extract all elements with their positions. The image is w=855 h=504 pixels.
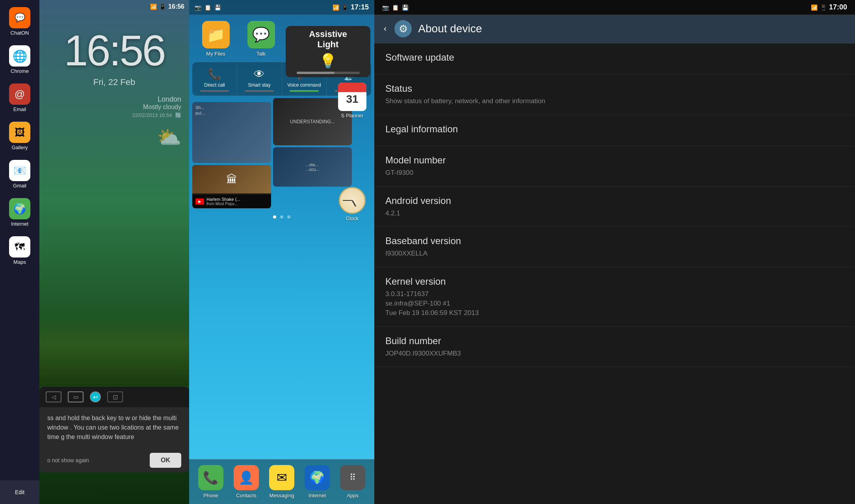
settings-notif-icon3: 💾 — [402, 4, 409, 11]
settings-item-legal[interactable]: Legal information — [374, 115, 855, 146]
notification-icon3: 💾 — [214, 4, 221, 11]
dock-messaging[interactable]: ✉ Messaging — [264, 465, 299, 498]
sidebar-item-gallery[interactable]: 🖼 Gallery — [2, 119, 37, 154]
settings-item-model[interactable]: Model number GT-I9300 — [374, 146, 855, 187]
grass-background — [39, 315, 189, 386]
chrome-icon: 🌐 — [9, 45, 30, 67]
sidebar-label-email: Email — [13, 106, 26, 112]
kernel-title: Kernel version — [385, 276, 844, 287]
status-icons: 📶 📱 16:56 — [150, 3, 184, 10]
sidebar-item-gmail[interactable]: 📧 Gmail — [2, 157, 37, 192]
sidebar-label-maps: Maps — [13, 259, 26, 265]
chaton-icon: 💬 — [9, 7, 30, 28]
nav-home-btn[interactable]: ▭ — [68, 391, 84, 402]
clock-hand-min — [343, 200, 352, 201]
dialog-footer: o not show again OK — [39, 448, 189, 472]
back-button[interactable]: ‹ — [382, 22, 388, 35]
thumb-card-3[interactable]: ...sta......scu... — [273, 147, 352, 187]
settings-item-status[interactable]: Status Show status of battery, network, … — [374, 74, 855, 115]
maps-icon: 🗺 — [9, 236, 30, 258]
assistive-slider[interactable] — [297, 72, 360, 74]
thumb-card-1[interactable]: Sh... pul... — [192, 102, 271, 163]
assistive-slider-fill — [297, 72, 335, 74]
dock-contacts[interactable]: 👤 Contacts — [229, 465, 264, 498]
clock-label: Clock — [346, 215, 359, 221]
clock-widget[interactable]: Clock — [338, 187, 366, 221]
internet-dock-label: Internet — [309, 493, 326, 498]
model-subtitle: GT-I9300 — [385, 168, 844, 178]
sidebar-label-internet: Internet — [11, 221, 28, 227]
status-left-icons: 📷 📋 💾 — [195, 4, 221, 11]
nav-extra-btn[interactable]: ⊡ — [107, 391, 123, 402]
app-talk[interactable]: 💬 Talk — [238, 21, 284, 57]
lockscreen-status-bar: 📶 📱 16:56 — [39, 0, 189, 13]
messaging-icon: ✉ — [269, 465, 294, 490]
gmail-icon: 📧 — [9, 160, 30, 181]
settings-item-baseband[interactable]: Baseband version I9300XXELLA — [374, 227, 855, 267]
baseband-subtitle: I9300XXELLA — [385, 249, 844, 258]
bottom-dock: 📞 Phone 👤 Contacts ✉ Messaging 🌍 Interne… — [189, 459, 374, 504]
s-planner-label: S Planner — [338, 113, 366, 119]
settings-list: Software update Status Show status of ba… — [374, 43, 855, 504]
sidebar-item-email[interactable]: @ Email — [2, 80, 37, 115]
panel2-status-bar: 📷 📋 💾 📶 📱 17:15 — [189, 0, 374, 15]
sidebar-item-chaton[interactable]: 💬 ChatON — [2, 4, 37, 39]
sidebar-item-internet[interactable]: 🌍 Internet — [2, 195, 37, 230]
panel2-homescreen: 📷 📋 💾 📶 📱 17:15 📁 My Files 💬 Talk Assist… — [189, 0, 374, 504]
lockscreen-timestamp: 22/02/2013 16:54 🔄 — [39, 112, 189, 118]
sidebar-edit-button[interactable]: Edit — [0, 480, 39, 504]
phone-label: Phone — [203, 493, 218, 498]
contacts-icon: 👤 — [234, 465, 259, 490]
gear-icon: ⚙ — [394, 20, 412, 37]
dock-apps[interactable]: ⠿ Apps — [335, 465, 370, 498]
lockscreen-location: London — [39, 95, 189, 104]
settings-item-software-update[interactable]: Software update — [374, 43, 855, 74]
feature-smart-stay[interactable]: 👁 Smart stay — [237, 62, 282, 96]
assistive-light-widget[interactable]: AssistiveLight 💡 — [286, 26, 370, 77]
lockscreen-big-time: 16:56 — [39, 25, 189, 75]
settings-item-kernel[interactable]: Kernel version 3.0.31-171637 se.infra@SE… — [374, 267, 855, 326]
apps-icon: ⠿ — [340, 465, 365, 490]
page-dot-1[interactable] — [273, 215, 276, 219]
youtube-icon: ▶ — [195, 198, 204, 205]
app-my-files[interactable]: 📁 My Files — [193, 21, 238, 57]
build-title: Build number — [385, 335, 844, 346]
settings-item-build[interactable]: Build number JOP40D.I9300XXUFMB3 — [374, 327, 855, 367]
direct-call-label: Direct call — [204, 82, 225, 88]
nav-circle-btn[interactable]: ↩ — [90, 391, 101, 402]
talk-icon: 💬 — [247, 21, 275, 48]
my-files-icon: 📁 — [202, 21, 230, 48]
dock-internet[interactable]: 🌍 Internet — [299, 465, 335, 498]
my-files-label: My Files — [206, 51, 225, 57]
thumb-card-youtube[interactable]: 🏛 ▶ Harlem Shake (... from Most Popu... — [192, 165, 271, 208]
sidebar-label-chrome: Chrome — [11, 68, 29, 74]
legal-info-title: Legal information — [385, 124, 844, 135]
sidebar-label-chaton: ChatON — [11, 30, 29, 36]
sidebar-item-chrome[interactable]: 🌐 Chrome — [2, 42, 37, 77]
settings-item-android[interactable]: Android version 4.2.1 — [374, 187, 855, 227]
settings-notif-icon1: 📷 — [382, 4, 389, 11]
settings-notif-icon2: 📋 — [392, 4, 399, 11]
feature-direct-call[interactable]: 📞 Direct call — [192, 62, 237, 96]
voice-command-label: Voice command — [287, 82, 321, 88]
notification-icon1: 📷 — [195, 4, 201, 11]
sidebar-item-maps[interactable]: 🗺 Maps — [2, 233, 37, 268]
android-title: Android version — [385, 195, 844, 206]
voice-command-indicator — [290, 90, 318, 92]
top-apps-row: 📁 My Files 💬 Talk — [189, 15, 288, 60]
s-planner-widget[interactable]: 31 S Planner — [338, 83, 366, 119]
sidebar-edit-label: Edit — [15, 489, 24, 495]
settings-header: ‹ ⚙ About device — [374, 15, 855, 43]
email-icon: @ — [9, 83, 30, 105]
nav-back-btn[interactable]: ◁ — [46, 391, 61, 402]
kernel-subtitle: 3.0.31-171637 se.infra@SEP-100 #1 Tue Fe… — [385, 289, 844, 317]
page-dot-3[interactable] — [287, 215, 290, 219]
sidebar: 💬 ChatON 🌐 Chrome @ Email 🖼 Gallery 📧 — [0, 0, 39, 504]
dock-phone[interactable]: 📞 Phone — [193, 465, 229, 498]
page-dot-2[interactable] — [280, 215, 283, 219]
messaging-label: Messaging — [270, 493, 294, 498]
youtube-text: Harlem Shake (... from Most Popu... — [206, 197, 240, 206]
assistive-light-icon: 💡 — [319, 53, 337, 69]
ok-button[interactable]: OK — [150, 453, 181, 468]
gallery-icon: 🖼 — [9, 122, 30, 143]
